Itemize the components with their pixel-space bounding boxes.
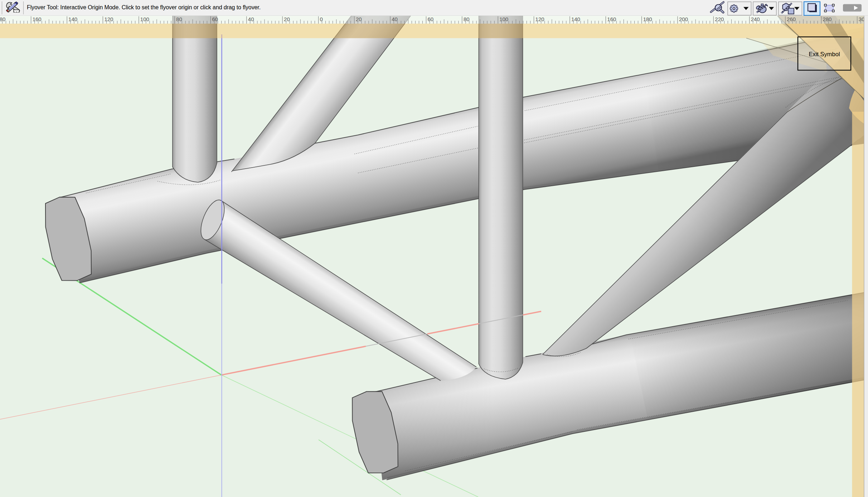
svg-text:0: 0: [320, 16, 323, 22]
svg-text:60: 60: [428, 16, 434, 22]
svg-text:120: 120: [104, 16, 113, 22]
svg-text:40: 40: [392, 16, 398, 22]
svg-text:120: 120: [535, 16, 544, 22]
svg-text:260: 260: [787, 16, 796, 22]
svg-text:140: 140: [571, 16, 580, 22]
svg-text:100: 100: [140, 16, 149, 22]
svg-text:20: 20: [284, 16, 290, 22]
svg-text:Exit Symbol: Exit Symbol: [809, 51, 840, 57]
svg-text:240: 240: [751, 16, 760, 22]
svg-text:60: 60: [212, 16, 218, 22]
svg-text:100: 100: [499, 16, 508, 22]
svg-text:180: 180: [0, 16, 5, 22]
svg-text:160: 160: [607, 16, 616, 22]
svg-text:280: 280: [823, 16, 831, 22]
svg-text:20: 20: [356, 16, 362, 22]
svg-text:40: 40: [248, 16, 254, 22]
svg-text:220: 220: [715, 16, 724, 22]
svg-text:160: 160: [33, 16, 42, 22]
svg-text:180: 180: [643, 16, 652, 22]
svg-text:200: 200: [679, 16, 688, 22]
svg-text:140: 140: [68, 16, 77, 22]
svg-text:80: 80: [176, 16, 182, 22]
svg-text:80: 80: [464, 16, 470, 22]
